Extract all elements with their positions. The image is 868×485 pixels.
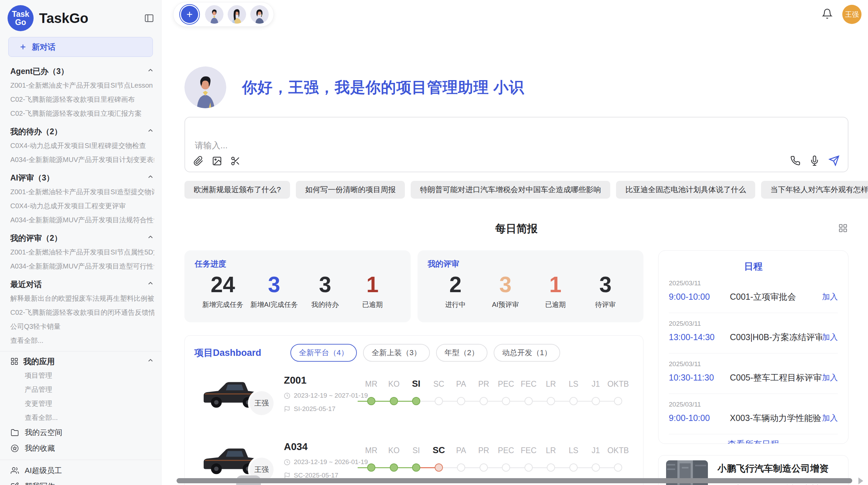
layout-grid-icon[interactable] xyxy=(838,223,848,234)
new-chat-label: 新对话 xyxy=(32,42,56,52)
milestone-label: PA xyxy=(456,380,466,389)
scroll-right-arrow[interactable] xyxy=(858,477,863,484)
app-logo: Task Go xyxy=(8,5,34,31)
recent-chat-item[interactable]: 解释最新出台的欧盟报废车法规再生塑料比例被调至15%... xyxy=(10,291,154,306)
daily-briefing-header: 每日简报 xyxy=(184,221,848,236)
sidebar-item[interactable]: Z001-全新燃油轻卡产品开发项目SI造型提交物评审 xyxy=(10,185,154,199)
edit-square-icon xyxy=(10,482,19,485)
recent-chat-item[interactable]: 公司Q3轻卡销量 xyxy=(10,320,154,334)
milestone-label: SI xyxy=(412,446,420,455)
project-row[interactable]: 王强 A034 2023-12-19 ~ 2026-01-19 xyxy=(194,438,634,484)
chevron-up-icon xyxy=(147,125,154,139)
recent-view-all[interactable]: 查看全部... xyxy=(10,334,154,348)
join-button[interactable]: 加入 xyxy=(822,372,838,383)
sidebar-item[interactable]: C0X4-动力总成开发项目SI里程碑提交物检查 xyxy=(10,139,154,153)
view-all-schedule-link[interactable]: 查看所有日程 xyxy=(669,438,838,444)
clock-icon xyxy=(284,459,290,465)
image-icon[interactable] xyxy=(212,156,222,166)
join-button[interactable]: 加入 xyxy=(822,413,838,423)
section-label: 我的评审（2） xyxy=(10,231,62,245)
new-chat-button[interactable]: 新对话 xyxy=(8,37,153,57)
event-title: C001-立项审批会 xyxy=(730,291,822,302)
project-row[interactable]: 王强 Z001 2023-12-19 ~ 2027-01-19 xyxy=(194,372,634,417)
stat-value: 3 xyxy=(585,270,626,299)
recent-chat-item[interactable]: C02-飞腾新能源轻客改款项目的闭环通告反馈情况 xyxy=(10,306,154,320)
section-my-review[interactable]: 我的评审（2） xyxy=(10,231,154,245)
stat-label: 我的待办 xyxy=(305,300,345,309)
send-icon[interactable] xyxy=(829,155,840,166)
user-avatar[interactable]: 王强 xyxy=(842,5,861,24)
section-ai-review[interactable]: AI评审（3） xyxy=(10,171,154,185)
suggestion-chip[interactable]: 比亚迪全固态电池计划具体说了什么 xyxy=(616,181,755,199)
agent-avatar[interactable] xyxy=(250,5,269,24)
join-button[interactable]: 加入 xyxy=(822,291,838,302)
filter-chip[interactable]: 动总开发（1） xyxy=(494,344,560,362)
attachment-icon[interactable] xyxy=(193,156,204,166)
suggestion-chip[interactable]: 当下年轻人对汽车外观有怎样的喜好趋势 xyxy=(761,181,868,199)
sidebar-item[interactable]: C02-飞腾新能源轻客改款项目里程碑画布 xyxy=(10,92,154,107)
stat-value: 1 xyxy=(352,270,393,299)
section-label: 我的应用 xyxy=(23,354,142,369)
people-icon xyxy=(10,467,19,475)
schedule-event: 2025/03/11 9:00-10:00 X003-车辆动力学性能验... 加… xyxy=(669,394,838,434)
section-agent-done[interactable]: Agent已办（3） xyxy=(10,64,154,78)
add-agent-button[interactable] xyxy=(181,6,198,23)
apps-view-all[interactable]: 查看全部... xyxy=(25,411,154,425)
chevron-up-icon xyxy=(147,277,154,291)
microphone-icon[interactable] xyxy=(809,156,820,166)
event-date: 2025/03/11 xyxy=(669,401,838,408)
sidebar-item[interactable]: Z001-全新燃油皮卡产品开发项目SI节点Lesson Learn报告 xyxy=(10,78,154,92)
filter-chip[interactable]: 全新上装（3） xyxy=(363,344,430,362)
phone-icon[interactable] xyxy=(790,156,800,166)
suggestion-chip[interactable]: 欧洲新规最近颁布了什么? xyxy=(184,181,290,199)
app-item-change-mgmt[interactable]: 变更管理 xyxy=(25,397,154,411)
sidebar-item[interactable]: C0X4-动力总成开发项目工程变更评审 xyxy=(10,199,154,213)
sidebar-collapse-icon[interactable] xyxy=(144,13,154,23)
event-date: 2025/03/11 xyxy=(669,279,838,287)
filter-chip[interactable]: 年型（2） xyxy=(436,344,487,362)
section-my-apps[interactable]: 我的应用 xyxy=(10,354,154,369)
stats-row: 任务进度 24 新增完成任务 3 新增AI完成任务 xyxy=(184,250,643,322)
sidebar-item[interactable]: A034-全新新能源MUV产品开发项目法规符合性评审 xyxy=(10,213,154,227)
sidebar-item[interactable]: A034-全新新能源MUV产品开发项目造型可行性评审 xyxy=(10,259,154,273)
chat-input[interactable] xyxy=(194,140,675,151)
suggestion-chip[interactable]: 特朗普可能对进口汽车增税会对中国车企造成哪些影响 xyxy=(411,181,610,199)
notification-bell-icon[interactable] xyxy=(822,8,833,21)
milestone-dot-done xyxy=(390,463,398,472)
section-my-todo[interactable]: 我的待办（2） xyxy=(10,125,154,139)
timeline-progress xyxy=(358,401,416,402)
greeting-text: 你好，王强，我是你的项目管理助理 小识 xyxy=(242,77,524,98)
milestone-label: PEC xyxy=(498,380,514,389)
app-item-project-mgmt[interactable]: 项目管理 xyxy=(25,369,154,383)
milestone-label: J1 xyxy=(592,380,600,389)
schedule-card: 日程 2025/03/11 9:00-10:00 C001-立项审批会 加入 2… xyxy=(658,250,848,444)
scissors-icon[interactable] xyxy=(230,156,241,166)
milestone-dot xyxy=(614,463,622,472)
logo-text-top: Task xyxy=(12,10,29,18)
stat-label: 新增完成任务 xyxy=(202,300,243,309)
chevron-up-icon xyxy=(147,231,154,245)
sidebar-item-help-me-write[interactable]: 帮我写作 xyxy=(10,478,154,485)
project-dates: 2023-12-19 ~ 2027-01-19 xyxy=(294,392,368,399)
agent-avatar[interactable] xyxy=(228,5,246,24)
suggestion-chip[interactable]: 如何写一份清晰的项目周报 xyxy=(296,181,405,199)
app-item-product-mgmt[interactable]: 产品管理 xyxy=(25,383,154,397)
section-label: 我的待办（2） xyxy=(10,125,62,139)
sidebar-item[interactable]: C02-飞腾新能源轻客改款项目立项汇报方案 xyxy=(10,107,154,121)
sidebar-item-favorites[interactable]: 我的收藏 xyxy=(10,440,154,456)
stat-my-todo: 3 我的待办 xyxy=(305,270,345,309)
sidebar-item[interactable]: A034-全新新能源MUV产品开发项目计划变更表编写 xyxy=(10,153,154,167)
sidebar-item-cloud-space[interactable]: 我的云空间 xyxy=(10,425,154,440)
stat-label: 已逾期 xyxy=(352,300,393,309)
milestone-dot xyxy=(569,397,578,405)
filter-chip[interactable]: 全新平台（4） xyxy=(290,344,357,362)
agent-avatar[interactable] xyxy=(205,5,224,24)
app-root: Task Go TaskGo 新对话 Agent已办（3） Z001-全新燃油皮… xyxy=(0,0,868,485)
stat-ai-prereview: 3 AI预评审 xyxy=(485,270,526,309)
horizontal-scrollbar[interactable] xyxy=(177,478,852,483)
sidebar-item-ai-super-staff[interactable]: AI超级员工 xyxy=(10,463,154,478)
section-recent-chats[interactable]: 最近对话 xyxy=(10,277,154,291)
sidebar-item[interactable]: Z001-全新燃油轻卡产品开发项目SI节点属性5D文件评审 xyxy=(10,245,154,259)
join-button[interactable]: 加入 xyxy=(822,332,838,343)
event-time: 9:00-10:00 xyxy=(669,292,730,302)
